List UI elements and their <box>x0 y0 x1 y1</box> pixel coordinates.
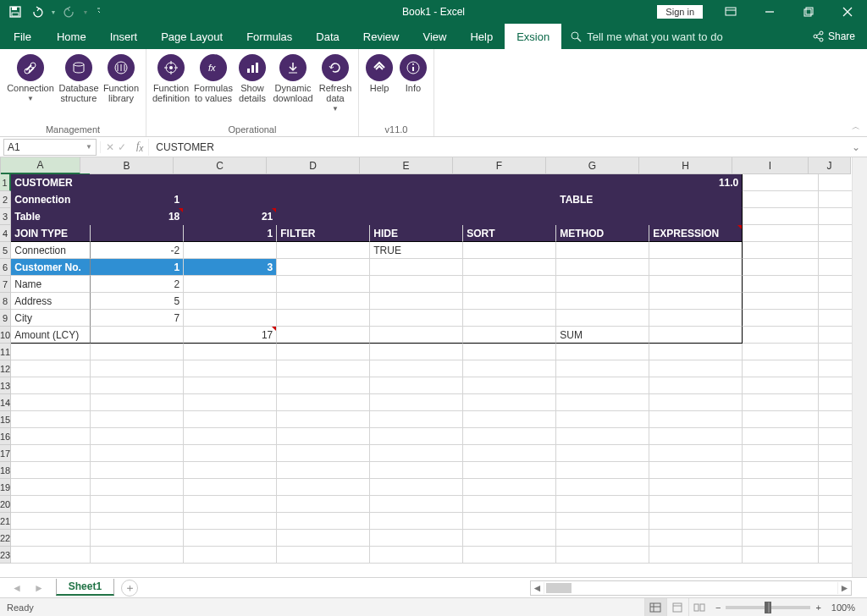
undo-button[interactable] <box>27 3 47 21</box>
show-details-button[interactable]: Show details <box>235 51 270 123</box>
cell-J23[interactable] <box>819 547 852 564</box>
cell-J10[interactable] <box>819 327 852 344</box>
cell-E11[interactable] <box>370 344 463 360</box>
cell-J13[interactable] <box>819 377 852 394</box>
column-header-C[interactable]: C <box>174 157 267 174</box>
formula-input[interactable]: CUSTOMER <box>148 139 852 156</box>
row-header-13[interactable]: 13 <box>0 377 11 394</box>
cell-H4[interactable]: EXPRESSION <box>649 225 743 242</box>
cell-C12[interactable] <box>184 360 277 377</box>
cell-A4[interactable]: JOIN TYPE <box>11 225 91 242</box>
cell-A20[interactable] <box>11 496 91 513</box>
cell-G15[interactable] <box>556 411 649 428</box>
cell-D20[interactable] <box>277 496 370 513</box>
cell-C6[interactable]: 3 <box>184 259 277 276</box>
zoom-in-button[interactable]: + <box>815 602 820 613</box>
cell-A12[interactable] <box>11 360 91 377</box>
cell-A7[interactable]: Name <box>11 276 91 293</box>
cell-B14[interactable] <box>91 394 184 411</box>
cell-A1[interactable]: CUSTOMER <box>11 174 91 191</box>
cell-B22[interactable] <box>91 530 184 547</box>
cell-G23[interactable] <box>556 547 649 564</box>
scroll-left-icon[interactable]: ◄ <box>531 582 544 594</box>
cell-A18[interactable] <box>11 462 91 479</box>
row-header-9[interactable]: 9 <box>0 310 11 327</box>
page-break-view-button[interactable] <box>688 598 710 617</box>
cell-F13[interactable] <box>463 377 556 394</box>
cell-J12[interactable] <box>819 360 852 377</box>
column-header-E[interactable]: E <box>360 157 453 174</box>
expand-formula-bar[interactable]: ⌄ <box>852 141 867 153</box>
cell-C8[interactable] <box>184 293 277 310</box>
name-box[interactable]: A1 ▼ <box>3 139 97 156</box>
cell-B17[interactable] <box>91 445 184 462</box>
cell-A19[interactable] <box>11 479 91 496</box>
zoom-out-button[interactable]: − <box>715 602 721 613</box>
cell-F8[interactable] <box>463 293 556 310</box>
row-header-18[interactable]: 18 <box>0 462 11 479</box>
cell-G14[interactable] <box>556 394 649 411</box>
cell-E20[interactable] <box>370 496 463 513</box>
cell-I17[interactable] <box>743 445 819 462</box>
cell-F22[interactable] <box>463 530 556 547</box>
cell-C3[interactable]: 21 <box>184 208 277 225</box>
tab-data[interactable]: Data <box>304 24 351 49</box>
tab-formulas[interactable]: Formulas <box>235 24 304 49</box>
cell-C14[interactable] <box>184 394 277 411</box>
cell-J1[interactable] <box>819 174 852 191</box>
cell-G17[interactable] <box>556 445 649 462</box>
row-header-8[interactable]: 8 <box>0 293 11 310</box>
cell-A15[interactable] <box>11 411 91 428</box>
zoom-level[interactable]: 100% <box>826 602 855 613</box>
cell-H10[interactable] <box>649 327 743 344</box>
cell-J6[interactable] <box>819 259 852 276</box>
cell-I10[interactable] <box>743 327 819 344</box>
cell-H15[interactable] <box>649 411 743 428</box>
cell-I3[interactable] <box>743 208 819 225</box>
refresh-data-button[interactable]: Refresh data ▼ <box>316 51 355 123</box>
cell-J18[interactable] <box>819 462 852 479</box>
cell-I15[interactable] <box>743 411 819 428</box>
qat-customize[interactable] <box>91 8 100 16</box>
sheet-tab-1[interactable]: Sheet1 <box>56 579 114 596</box>
cell-G2[interactable]: TABLE <box>556 191 649 208</box>
column-header-I[interactable]: I <box>732 157 809 174</box>
cell-F11[interactable] <box>463 344 556 360</box>
cell-C22[interactable] <box>184 530 277 547</box>
normal-view-button[interactable] <box>644 598 666 617</box>
scroll-thumb[interactable] <box>546 583 572 593</box>
column-header-H[interactable]: H <box>639 157 732 174</box>
column-header-D[interactable]: D <box>267 157 360 174</box>
cell-B1[interactable] <box>91 174 184 191</box>
cell-G6[interactable] <box>556 259 649 276</box>
cell-J5[interactable] <box>819 242 852 259</box>
cell-A2[interactable]: Connection <box>11 191 91 208</box>
cell-G13[interactable] <box>556 377 649 394</box>
cell-H9[interactable] <box>649 310 743 327</box>
row-header-1[interactable]: 1 <box>0 174 11 191</box>
ribbon-display-button[interactable] <box>711 0 750 24</box>
cell-J22[interactable] <box>819 530 852 547</box>
cell-A16[interactable] <box>11 428 91 445</box>
cell-C19[interactable] <box>184 479 277 496</box>
cell-I12[interactable] <box>743 360 819 377</box>
cell-E3[interactable] <box>370 208 463 225</box>
function-definition-button[interactable]: Function definition <box>150 51 192 123</box>
row-header-7[interactable]: 7 <box>0 276 11 293</box>
cell-I16[interactable] <box>743 428 819 445</box>
cell-G4[interactable]: METHOD <box>556 225 649 242</box>
cell-A8[interactable]: Address <box>11 293 91 310</box>
row-header-11[interactable]: 11 <box>0 344 11 360</box>
cell-E2[interactable] <box>370 191 463 208</box>
cell-C13[interactable] <box>184 377 277 394</box>
cell-G20[interactable] <box>556 496 649 513</box>
cell-B20[interactable] <box>91 496 184 513</box>
cell-D13[interactable] <box>277 377 370 394</box>
cancel-icon[interactable]: ✕ <box>106 141 114 153</box>
cell-D6[interactable] <box>277 259 370 276</box>
cell-H6[interactable] <box>649 259 743 276</box>
cell-G5[interactable] <box>556 242 649 259</box>
cell-J14[interactable] <box>819 394 852 411</box>
cell-I11[interactable] <box>743 344 819 360</box>
zoom-slider[interactable] <box>726 606 810 609</box>
